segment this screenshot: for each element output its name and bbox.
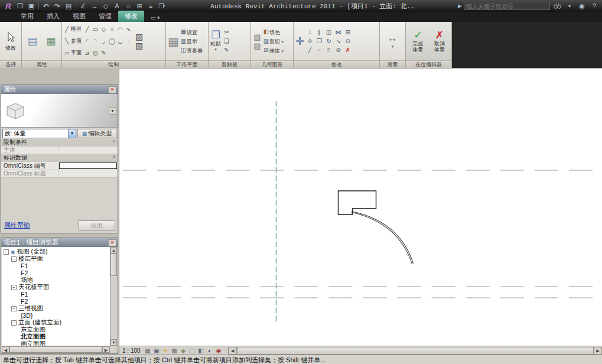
canvas-horizontal-scrollbar[interactable]: ◀ ▶ <box>228 347 602 355</box>
visual-style-icon[interactable]: ▣ <box>152 347 161 354</box>
split-icon[interactable]: ╱ <box>305 46 314 54</box>
ellipse-tool-icon[interactable]: ◯ <box>108 37 116 45</box>
tree-item-east-elevation[interactable]: 东立面图 <box>2 326 110 333</box>
panel-label-select[interactable]: 选择 <box>0 60 21 68</box>
crop-view-icon[interactable]: ▢ <box>188 347 197 354</box>
print-icon[interactable]: ▤ <box>63 1 74 11</box>
scale-icon[interactable]: ↘ <box>334 37 343 46</box>
collapse-icon[interactable]: − <box>11 285 17 290</box>
join-geometry-button[interactable]: ⊞连接 ▾ <box>263 46 284 55</box>
shadows-icon[interactable]: ▩ <box>170 347 179 354</box>
help-search-input[interactable] <box>464 2 550 10</box>
save-icon[interactable]: ▣ <box>26 1 37 11</box>
show-rendering-dialog-icon[interactable]: ◆ <box>179 347 188 354</box>
communication-center-icon[interactable]: ◉ <box>577 1 587 11</box>
property-row-omniclass-title[interactable]: OmniClass 标题 <box>1 170 118 178</box>
browser-vertical-scrollbar[interactable]: ▲ ▼ <box>110 247 117 346</box>
collapse-icon[interactable]: − <box>4 249 9 255</box>
crop-visibility-icon[interactable]: ◧ <box>197 347 206 354</box>
scroll-up-icon[interactable]: ▲ <box>110 247 117 254</box>
panel-label-geometry[interactable]: 几何图形 <box>251 60 293 68</box>
properties-close-icon[interactable]: ✕ <box>108 86 116 93</box>
set-workplane-button[interactable]: ▦设置 <box>180 28 203 37</box>
panel-label-clipboard[interactable]: 剪贴板 <box>209 60 250 68</box>
redo-icon[interactable]: ↷▾ <box>52 1 63 11</box>
measure-icon[interactable]: ∠ <box>78 1 89 11</box>
omniclass-number-input[interactable] <box>59 162 117 169</box>
trim-icon[interactable]: ⌐ <box>315 46 324 54</box>
tab-view[interactable]: 视图 <box>66 11 92 22</box>
tab-home[interactable]: 常用 <box>14 11 40 22</box>
panel-label-properties[interactable]: 属性 <box>22 60 61 68</box>
modify-tool-button[interactable]: 修改 <box>5 32 16 51</box>
drawing-area[interactable]: 1 : 100 ▦ ▣ ☀ ▩ ◆ ▢ ◧ ◐ ◉ ◀ ▶ <box>119 68 602 355</box>
project-browser-title-bar[interactable]: 项目1 - 项目浏览器 ✕ <box>1 238 118 247</box>
project-browser-close-icon[interactable]: ✕ <box>108 239 116 246</box>
scroll-right-icon[interactable]: ▶ <box>594 347 602 355</box>
section-header-identity[interactable]: 标识数据 ^ <box>1 154 118 162</box>
pick-edges-tool-icon[interactable]: ◎ <box>92 49 99 57</box>
spline-tool-icon[interactable]: ∿ <box>125 25 132 33</box>
pick-face-big-icon[interactable]: ▧ <box>135 41 144 50</box>
pick-lines-tool-icon[interactable]: ⊿ <box>83 49 91 57</box>
scroll-left-icon[interactable]: ◀ <box>2 346 9 353</box>
cut-geometry-button[interactable]: ▥剪切 ▾ <box>263 37 284 46</box>
tree-item-3d-views[interactable]: −三维视图 <box>2 305 110 312</box>
mass-profile-sketch[interactable] <box>338 191 376 214</box>
scrollbar-thumb[interactable] <box>110 254 117 276</box>
delete-icon[interactable]: ✗ <box>343 46 352 54</box>
workplane-viewer-button[interactable]: ◫查看器 <box>180 46 203 55</box>
tree-item-south-elevation[interactable]: 南立面图 <box>2 340 110 346</box>
tree-item-floor-plans[interactable]: −楼层平面 <box>2 255 110 262</box>
arc-fillet-tool-icon[interactable]: ◞ <box>100 37 108 45</box>
search-options-caret-icon[interactable]: ▾ <box>564 1 575 11</box>
temporary-hide-isolate-icon[interactable]: ◐ <box>206 347 214 354</box>
undo-icon[interactable]: ↶▾ <box>41 1 51 11</box>
apply-button[interactable]: 应用 <box>79 220 115 230</box>
array-icon[interactable]: ⊞ <box>343 28 352 37</box>
move-icon[interactable]: ✢ <box>305 37 314 46</box>
scale-button[interactable]: 1 : 100 <box>119 347 144 354</box>
edit-type-button[interactable]: ▦ 编辑类型 <box>77 129 116 138</box>
properties-help-link[interactable]: 属性帮助 <box>4 221 30 230</box>
tree-item-elevations[interactable]: −立面 (建筑立面) <box>2 319 110 326</box>
tree-item-floor-plan-f1[interactable]: F1 <box>2 262 110 269</box>
scroll-left-icon[interactable]: ◀ <box>229 347 237 355</box>
partial-ellipse-tool-icon[interactable]: ◡ <box>116 37 124 45</box>
scroll-down-icon[interactable]: ▼ <box>110 339 117 346</box>
tab-insert[interactable]: 插入 <box>40 11 66 22</box>
tree-item-ceiling-plans[interactable]: −天花板平面 <box>2 284 110 291</box>
thin-lines-icon[interactable]: ≡ <box>145 1 156 11</box>
detail-level-icon[interactable]: ▦ <box>144 347 152 354</box>
pick-line-big-icon[interactable]: ▨ <box>135 32 144 41</box>
measure-button[interactable]: ↔ ▾ <box>388 32 398 50</box>
switch-windows-icon[interactable]: ❐▾ <box>157 1 167 11</box>
type-selector-dropdown[interactable]: 族: 体量 ▾ <box>2 129 76 138</box>
default-3d-view-icon[interactable]: ⌂ <box>123 1 134 11</box>
align-icon[interactable]: ⊥ <box>305 28 314 37</box>
scroll-right-icon[interactable]: ▶ <box>102 346 110 353</box>
mirror-axis-icon[interactable]: ◫ <box>324 28 333 37</box>
section-icon[interactable]: ⊞ <box>134 1 145 11</box>
rectangle-tool-icon[interactable]: ▭ <box>92 25 99 33</box>
panel-label-workplane[interactable]: 工作平面 <box>166 60 208 68</box>
match-type-icon[interactable]: ✎ <box>222 46 231 54</box>
tree-item-north-elevation[interactable]: 北立面图 <box>2 333 110 340</box>
sketch-arc-inner[interactable] <box>351 212 412 264</box>
polygon-inscribed-tool-icon[interactable]: ◇ <box>100 25 108 33</box>
arc-start-end-tool-icon[interactable]: ◠ <box>116 25 124 33</box>
point-tool-icon[interactable]: · <box>125 37 132 45</box>
sketch-arc-outer[interactable] <box>352 212 413 264</box>
paint-button[interactable]: ◧填色 <box>263 28 284 37</box>
show-workplane-button[interactable]: ▥显示 <box>180 37 203 46</box>
open-icon[interactable]: ❒ <box>15 1 25 11</box>
text-icon[interactable]: A <box>112 1 122 11</box>
properties-title-bar[interactable]: 属性 ✕ <box>1 85 118 94</box>
browser-horizontal-scrollbar[interactable]: ◀ ▶ <box>2 346 110 353</box>
offset-icon[interactable]: ∥ <box>315 28 324 37</box>
family-types-button[interactable]: ▦ <box>46 35 56 47</box>
finish-mass-button[interactable]: ✓ 完成体量 <box>408 30 428 53</box>
panel-label-modify-tools[interactable]: 修改 <box>294 60 379 68</box>
collapse-icon[interactable]: − <box>11 320 17 326</box>
tag-icon[interactable]: ◇ <box>100 1 111 11</box>
